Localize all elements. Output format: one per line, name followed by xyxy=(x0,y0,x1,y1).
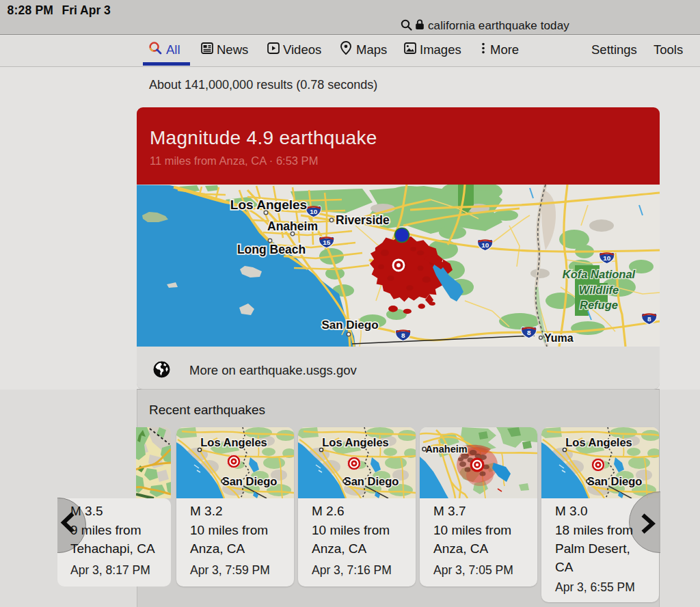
svg-text:Anaheim: Anaheim xyxy=(267,219,318,233)
svg-text:10: 10 xyxy=(310,208,318,215)
svg-text:10: 10 xyxy=(603,254,611,262)
svg-text:8: 8 xyxy=(401,332,405,339)
svg-text:Wildlife: Wildlife xyxy=(579,284,619,296)
svg-text:Los Angeles: Los Angeles xyxy=(230,198,307,212)
svg-text:10: 10 xyxy=(481,241,489,249)
svg-text:Anaheim: Anaheim xyxy=(425,444,467,455)
svg-text:Riverside: Riverside xyxy=(336,213,390,227)
svg-text:Long Beach: Long Beach xyxy=(237,243,306,256)
svg-text:8: 8 xyxy=(647,315,651,323)
svg-text:15: 15 xyxy=(323,239,331,246)
svg-text:Kofa National: Kofa National xyxy=(563,268,636,280)
svg-text:Refuge: Refuge xyxy=(580,299,618,311)
svg-text:8: 8 xyxy=(527,329,531,336)
svg-text:Yuma: Yuma xyxy=(544,332,574,344)
svg-text:San Diego: San Diego xyxy=(321,319,378,332)
